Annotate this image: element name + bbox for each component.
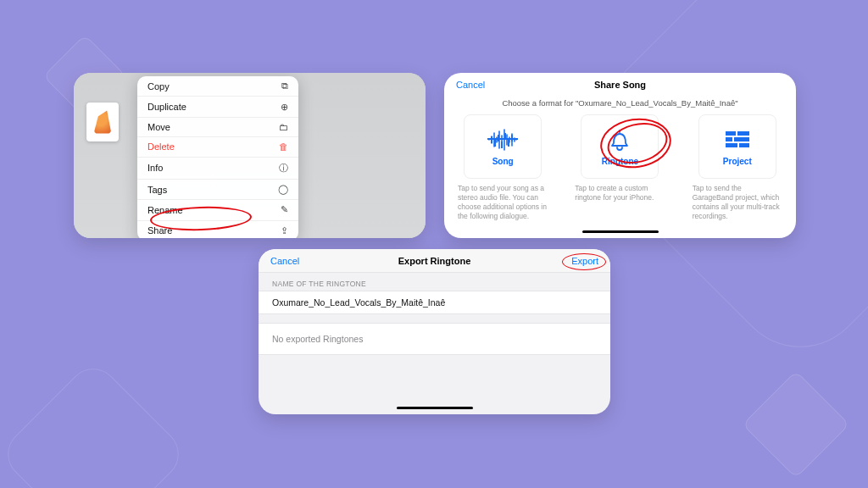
home-indicator <box>582 230 659 233</box>
menu-item-duplicate[interactable]: Duplicate ⊕ <box>137 97 298 117</box>
duplicate-icon: ⊕ <box>281 102 288 113</box>
context-menu-screenshot: Copy ⧉ Duplicate ⊕ Move 🗀 Delete 🗑 Info … <box>74 73 426 238</box>
trash-icon: 🗑 <box>279 141 288 152</box>
nav-bar: Cancel Export Ringtone Export <box>259 249 610 273</box>
menu-label: Delete <box>147 141 175 152</box>
info-icon: ⓘ <box>279 162 288 175</box>
option-description: Tap to send the GarageBand project, whic… <box>691 184 784 221</box>
page-title: Export Ringtone <box>398 256 471 266</box>
garageband-file-icon[interactable] <box>86 103 119 141</box>
section-header: NAME OF THE RINGTONE <box>259 273 610 291</box>
home-indicator <box>397 407 473 409</box>
option-label: Project <box>723 157 752 166</box>
menu-label: Info <box>147 163 163 173</box>
menu-label: Duplicate <box>147 102 186 112</box>
menu-item-delete[interactable]: Delete 🗑 <box>137 137 298 157</box>
option-song[interactable]: Song Tap to send your song as a stereo a… <box>456 114 549 221</box>
menu-label: Copy <box>147 81 170 92</box>
ringtone-name-field[interactable]: Oxumare_No_Lead_Vocals_By_Maitê_Inaê <box>259 291 610 314</box>
bg-decoration <box>742 370 849 478</box>
tag-icon: ◯ <box>278 184 288 195</box>
share-icon: ⇪ <box>281 225 288 236</box>
menu-item-tags[interactable]: Tags ◯ <box>137 180 298 200</box>
menu-label: Rename <box>147 205 183 215</box>
svg-rect-14 <box>726 137 732 141</box>
export-button[interactable]: Export <box>571 256 598 266</box>
empty-state: No exported Ringtones <box>259 323 610 355</box>
menu-item-copy[interactable]: Copy ⧉ <box>137 76 298 97</box>
bell-icon <box>604 128 635 152</box>
bg-decoration <box>0 358 189 488</box>
svg-rect-12 <box>726 131 736 136</box>
svg-rect-13 <box>737 131 749 136</box>
option-description: Tap to send your song as a stereo audio … <box>456 184 549 221</box>
menu-label: Move <box>147 122 170 132</box>
context-menu: Copy ⧉ Duplicate ⊕ Move 🗀 Delete 🗑 Info … <box>137 76 298 238</box>
export-ringtone-screenshot: Cancel Export Ringtone Export NAME OF TH… <box>259 249 610 414</box>
option-ringtone[interactable]: Ringtone Tap to create a custom ringtone… <box>573 114 666 221</box>
pencil-icon: ✎ <box>281 204 288 215</box>
cancel-button[interactable]: Cancel <box>270 256 299 266</box>
nav-bar: Cancel Share Song <box>444 73 796 97</box>
waveform-icon <box>487 128 518 152</box>
menu-item-move[interactable]: Move 🗀 <box>137 118 298 137</box>
menu-item-info[interactable]: Info ⓘ <box>137 158 298 180</box>
option-description: Tap to create a custom ringtone for your… <box>573 184 666 202</box>
option-project[interactable]: Project Tap to send the GarageBand proje… <box>691 114 784 221</box>
menu-item-rename[interactable]: Rename ✎ <box>137 200 298 220</box>
copy-icon: ⧉ <box>281 80 288 92</box>
menu-label: Share <box>147 225 172 236</box>
svg-rect-15 <box>734 137 749 141</box>
format-prompt: Choose a format for "Oxumare_No_Lead_Voc… <box>444 97 796 114</box>
option-label: Song <box>492 157 514 166</box>
folder-icon: 🗀 <box>279 122 288 132</box>
menu-item-share[interactable]: Share ⇪ <box>137 221 298 238</box>
menu-label: Tags <box>147 185 167 195</box>
share-song-screenshot: Cancel Share Song Choose a format for "O… <box>444 73 796 238</box>
bricks-icon <box>722 128 753 152</box>
format-options: Song Tap to send your song as a stereo a… <box>444 114 796 221</box>
cancel-button[interactable]: Cancel <box>456 80 485 90</box>
svg-rect-16 <box>726 143 737 147</box>
svg-rect-17 <box>739 143 749 147</box>
page-title: Share Song <box>594 80 646 90</box>
option-label: Ringtone <box>602 157 638 166</box>
